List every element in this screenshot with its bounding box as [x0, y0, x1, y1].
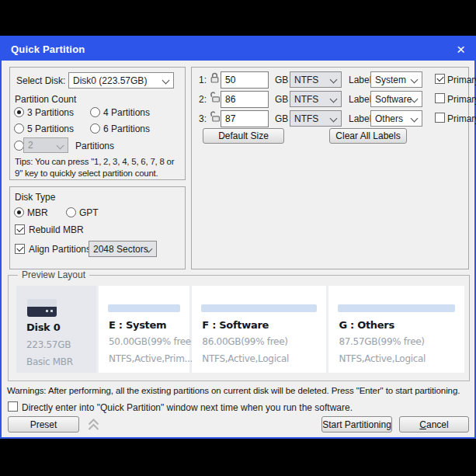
- filesystem-value: NTFS: [294, 94, 318, 105]
- disk-type-group: Disk Type MBR GPT Rebuild MBR Align Part…: [9, 186, 186, 269]
- size-unit-label: GB: [275, 94, 288, 105]
- cancel-button-label: Cancel: [419, 419, 448, 430]
- custom-count-value: 2: [28, 140, 33, 151]
- custom-count-suffix: Partitions: [75, 141, 114, 151]
- radio-4-partitions[interactable]: [90, 107, 100, 117]
- partition-title: G : Others: [339, 319, 394, 331]
- select-disk-value: Disk0 (223.57GB): [73, 75, 147, 86]
- volume-label-dropdown[interactable]: Software: [370, 91, 422, 107]
- radio-mbr[interactable]: [14, 207, 24, 217]
- select-disk-label: Select Disk:: [16, 75, 65, 86]
- filesystem-dropdown[interactable]: NTFS: [290, 91, 342, 107]
- partition-size-input[interactable]: [221, 71, 269, 89]
- partition-usage-bar: [108, 304, 180, 312]
- radio-gpt[interactable]: [66, 207, 76, 217]
- preview-layout-group: Preview Layout Disk 0 223.57GB Basic MBR…: [8, 275, 470, 381]
- title-bar: Quick Partition ×: [2, 37, 474, 61]
- partition-size-input[interactable]: [221, 110, 269, 127]
- preview-partition-e[interactable]: E : System 50.00GB(99% free) NTFS,Active…: [99, 286, 189, 373]
- radio-4-partitions-label[interactable]: 4 Partitions: [103, 107, 150, 118]
- auto-enter-label[interactable]: Directly enter into "Quick Partition" wi…: [22, 402, 353, 413]
- primary-label[interactable]: Primary: [447, 75, 476, 85]
- partition-size-input[interactable]: [221, 91, 269, 108]
- primary-label[interactable]: Primary: [447, 113, 476, 124]
- radio-6-partitions-label[interactable]: 6 Partitions: [103, 123, 150, 134]
- chevron-down-icon: [411, 76, 419, 84]
- volume-label-dropdown[interactable]: System: [370, 71, 422, 88]
- custom-count-dropdown[interactable]: 2: [23, 137, 68, 153]
- preset-button-label: Preset: [30, 419, 57, 430]
- partition-size: 86.00GB(99% free): [202, 336, 287, 347]
- radio-3-partitions[interactable]: [14, 107, 24, 117]
- primary-checkbox[interactable]: [435, 93, 445, 103]
- chevron-down-icon: [330, 76, 338, 84]
- default-size-button-label: Default Size: [218, 130, 269, 141]
- preview-panel: Disk 0 223.57GB Basic MBR E : System 50.…: [16, 286, 464, 373]
- preset-button[interactable]: Preset: [8, 416, 79, 433]
- chevron-down-icon: [330, 115, 338, 123]
- partition-size: 50.00GB(99% free): [109, 336, 194, 347]
- double-chevron-up-icon[interactable]: [87, 417, 100, 432]
- radio-gpt-label[interactable]: GPT: [79, 207, 99, 218]
- disk-name: Disk 0: [26, 321, 60, 333]
- disk-type-heading: Disk Type: [15, 192, 55, 203]
- filesystem-value: NTFS: [294, 75, 318, 85]
- radio-5-partitions-label[interactable]: 5 Partitions: [27, 123, 74, 134]
- partition-usage-bar: [338, 304, 455, 312]
- align-partitions-label[interactable]: Align Partitions:: [29, 244, 93, 255]
- preview-layout-heading: Preview Layout: [18, 269, 89, 280]
- chevron-down-icon: [411, 115, 419, 123]
- partition-attrs: NTFS,Active,Logical: [339, 353, 426, 364]
- volume-label-value: System: [375, 75, 406, 85]
- disk-scheme: Basic MBR: [26, 356, 73, 367]
- volume-label-value: Software: [375, 94, 412, 105]
- default-size-button[interactable]: Default Size: [203, 128, 284, 144]
- clear-all-labels-button-label: Clear All Labels: [335, 130, 400, 141]
- radio-6-partitions[interactable]: [90, 123, 100, 134]
- screen: Quick Partition × Select Disk: Disk0 (22…: [0, 0, 476, 476]
- partition-row-index: 1:: [199, 75, 207, 85]
- select-disk-dropdown[interactable]: Disk0 (223.57GB): [68, 72, 174, 89]
- rebuild-mbr-checkbox[interactable]: [15, 224, 25, 235]
- partition-count-heading: Partition Count: [15, 94, 76, 105]
- partition-title: E : System: [109, 319, 166, 331]
- partition-attrs: NTFS,Active,Logical: [202, 353, 289, 364]
- align-sectors-value: 2048 Sectors: [93, 244, 148, 255]
- size-unit-label: GB: [275, 113, 288, 124]
- cancel-button[interactable]: Cancel: [399, 416, 469, 433]
- align-sectors-dropdown[interactable]: 2048 Sectors: [89, 241, 157, 257]
- partition-attrs: NTFS,Active,Prim...: [109, 353, 193, 364]
- filesystem-dropdown[interactable]: NTFS: [290, 110, 342, 127]
- size-unit-label: GB: [275, 75, 288, 85]
- partition-row-index: 3:: [199, 113, 207, 124]
- partition-usage-bar: [201, 304, 317, 312]
- partition-size: 87.57GB(99% free): [339, 336, 424, 347]
- filesystem-dropdown[interactable]: NTFS: [290, 71, 342, 88]
- primary-checkbox[interactable]: [435, 74, 445, 84]
- primary-label[interactable]: Primary: [447, 94, 476, 105]
- close-icon[interactable]: ×: [457, 42, 465, 57]
- partition-title: F : Software: [202, 319, 269, 331]
- auto-enter-checkbox[interactable]: [8, 401, 18, 412]
- radio-5-partitions[interactable]: [14, 123, 24, 134]
- start-partitioning-button[interactable]: Start Partitioning: [321, 416, 392, 433]
- tips-text: Tips: You can press "1, 2, 3, 4, 5, 6, 7…: [15, 156, 182, 179]
- chevron-down-icon: [57, 142, 64, 150]
- preview-partition-f[interactable]: F : Software 86.00GB(99% free) NTFS,Acti…: [192, 286, 326, 373]
- rebuild-mbr-label[interactable]: Rebuild MBR: [29, 224, 84, 235]
- lock-closed-icon[interactable]: [209, 72, 221, 84]
- radio-mbr-label[interactable]: MBR: [27, 207, 48, 218]
- preview-disk-cell[interactable]: Disk 0 223.57GB Basic MBR: [16, 286, 96, 373]
- partition-settings-group: 1: GB NTFS Label: System Primary 2:: [191, 67, 469, 269]
- lock-open-icon[interactable]: [209, 92, 221, 103]
- filesystem-value: NTFS: [294, 113, 318, 124]
- volume-label-dropdown[interactable]: Others: [370, 110, 422, 127]
- align-partitions-checkbox[interactable]: [15, 244, 25, 254]
- preview-partition-g[interactable]: G : Others 87.57GB(99% free) NTFS,Active…: [328, 286, 464, 373]
- chevron-down-icon: [330, 96, 338, 103]
- volume-label-value: Others: [375, 113, 403, 124]
- clear-all-labels-button[interactable]: Clear All Labels: [329, 128, 407, 144]
- primary-checkbox[interactable]: [435, 113, 445, 123]
- lock-open-icon[interactable]: [209, 111, 221, 123]
- radio-3-partitions-label[interactable]: 3 Partitions: [27, 107, 74, 118]
